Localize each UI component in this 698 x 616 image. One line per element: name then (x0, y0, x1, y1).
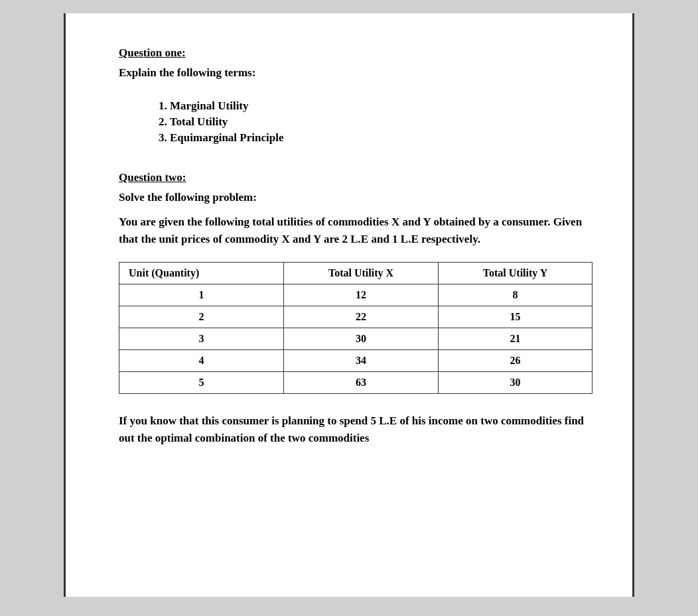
term-item-2: 2. Total Utility (159, 115, 593, 129)
table-header-row: Unit (Quantity) Total Utility X Total Ut… (119, 262, 593, 284)
col-header-tu-y: Total Utility Y (439, 262, 593, 284)
table-cell-r3-c0: 4 (119, 349, 284, 371)
term-item-1: 1. Marginal Utility (159, 99, 593, 113)
question-two-section: Question two: Solve the following proble… (119, 171, 593, 447)
utility-table: Unit (Quantity) Total Utility X Total Ut… (119, 262, 593, 394)
table-cell-r0-c2: 8 (439, 284, 593, 306)
table-cell-r2-c2: 21 (439, 328, 593, 349)
table-cell-r3-c2: 26 (439, 349, 593, 371)
col-header-tu-x: Total Utility X (284, 262, 439, 284)
table-cell-r1-c2: 15 (439, 306, 593, 328)
table-cell-r0-c0: 1 (119, 284, 284, 306)
table-row: 1128 (119, 284, 593, 306)
page-container: Question one: Explain the following term… (64, 13, 634, 597)
table-cell-r4-c0: 5 (119, 371, 284, 393)
table-row: 22215 (119, 306, 593, 328)
table-cell-r1-c1: 22 (284, 306, 439, 328)
table-cell-r4-c2: 30 (439, 371, 593, 393)
explain-label: Explain the following terms: (119, 66, 593, 80)
table-row: 43426 (119, 349, 593, 371)
table-cell-r4-c1: 63 (284, 371, 439, 393)
term-item-3: 3. Equimarginal Principle (159, 131, 593, 145)
terms-list: 1. Marginal Utility 2. Total Utility 3. … (159, 99, 593, 145)
question-two-heading: Question two: (119, 171, 593, 184)
question-one-section: Question one: Explain the following term… (119, 46, 593, 145)
table-cell-r0-c1: 12 (284, 284, 439, 306)
col-header-unit: Unit (Quantity) (119, 262, 284, 284)
table-row: 56330 (119, 371, 593, 393)
table-cell-r1-c0: 2 (119, 306, 284, 328)
table-cell-r3-c1: 34 (284, 349, 439, 371)
table-row: 33021 (119, 328, 593, 349)
question-one-heading: Question one: (119, 46, 593, 60)
table-cell-r2-c0: 3 (119, 328, 284, 349)
problem-description: You are given the following total utilit… (119, 214, 593, 249)
solve-label: Solve the following problem: (119, 191, 593, 204)
footer-text: If you know that this consumer is planni… (119, 412, 593, 448)
table-cell-r2-c1: 30 (284, 328, 439, 349)
